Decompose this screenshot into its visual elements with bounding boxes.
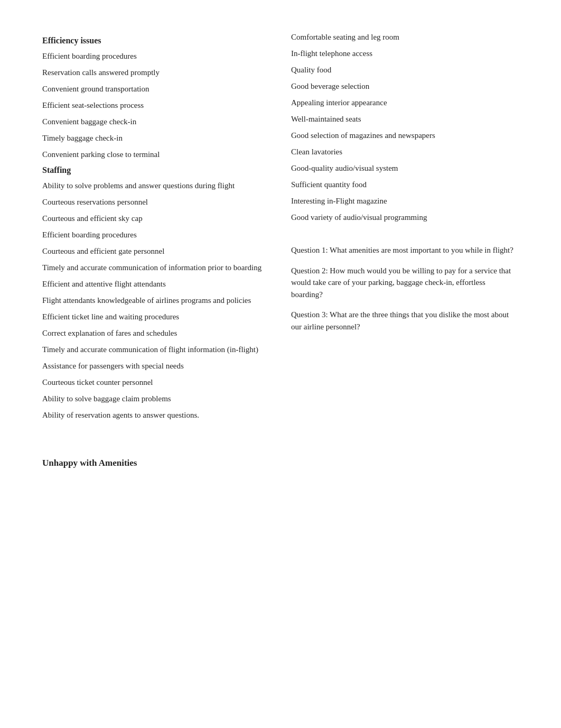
staffing-item-13: Courteous ticket counter personnel: [42, 377, 270, 388]
bottom-section: Unhappy with Amenities: [42, 458, 519, 468]
amenity-item-1: Comfortable seating and leg room: [291, 32, 519, 43]
amenity-item-5: Appealing interior appearance: [291, 97, 519, 108]
amenity-item-11: Interesting in-Flight magazine: [291, 196, 519, 207]
amenity-item-9: Good-quality audio/visual system: [291, 163, 519, 174]
amenity-item-10: Sufficient quantity food: [291, 179, 519, 190]
staffing-item-3: Courteous and efficient sky cap: [42, 213, 270, 224]
staffing-item-12: Assistance for passengers with special n…: [42, 361, 270, 372]
efficiency-section: Efficiency issues Efficient boarding pro…: [42, 36, 270, 160]
efficiency-item-4: Efficient seat-selections process: [42, 100, 270, 111]
staffing-item-9: Efficient ticket line and waiting proced…: [42, 311, 270, 322]
efficiency-item-6: Timely baggage check-in: [42, 133, 270, 144]
staffing-section: Staffing Ability to solve problems and a…: [42, 165, 270, 421]
staffing-item-14: Ability to solve baggage claim problems: [42, 393, 270, 404]
staffing-item-4: Efficient boarding procedures: [42, 229, 270, 241]
efficiency-heading: Efficiency issues: [42, 36, 270, 45]
staffing-heading: Staffing: [42, 165, 270, 175]
amenity-item-6: Well-maintained seats: [291, 114, 519, 125]
staffing-item-1: Ability to solve problems and answer que…: [42, 180, 270, 191]
amenity-item-3: Quality food: [291, 64, 519, 76]
staffing-item-10: Correct explanation of fares and schedul…: [42, 328, 270, 339]
staffing-item-8: Flight attendants knowledgeable of airli…: [42, 295, 270, 306]
amenity-item-7: Good selection of magazines and newspape…: [291, 130, 519, 141]
staffing-item-6: Timely and accurate communication of inf…: [42, 262, 270, 273]
bottom-heading: Unhappy with Amenities: [42, 458, 519, 468]
efficiency-item-2: Reservation calls answered promptly: [42, 67, 270, 78]
main-layout: Efficiency issues Efficient boarding pro…: [42, 32, 519, 426]
amenities-list: Comfortable seating and leg room In-flig…: [291, 32, 519, 223]
amenity-item-12: Good variety of audio/visual programming: [291, 212, 519, 223]
question-1-label: Question 1:: [291, 246, 330, 254]
efficiency-item-3: Convenient ground transportation: [42, 84, 270, 95]
question-2: Question 2: How much would you be willin…: [291, 265, 519, 301]
right-column: Comfortable seating and leg room In-flig…: [291, 32, 519, 341]
amenity-item-4: Good beverage selection: [291, 81, 519, 92]
questions-block: Question 1: What amenities are most impo…: [291, 244, 519, 333]
amenity-item-8: Clean lavatories: [291, 146, 519, 158]
left-column: Efficiency issues Efficient boarding pro…: [42, 32, 270, 426]
amenity-item-2: In-flight telephone access: [291, 48, 519, 59]
staffing-item-5: Courteous and efficient gate personnel: [42, 246, 270, 257]
staffing-item-7: Efficient and attentive flight attendant…: [42, 279, 270, 290]
question-2-label: Question 2:: [291, 266, 330, 275]
staffing-item-2: Courteous reservations personnel: [42, 197, 270, 208]
efficiency-item-7: Convenient parking close to terminal: [42, 149, 270, 160]
staffing-item-15: Ability of reservation agents to answer …: [42, 410, 270, 421]
staffing-item-11: Timely and accurate communication of fli…: [42, 344, 270, 355]
efficiency-item-5: Convenient baggage check-in: [42, 116, 270, 127]
question-1: Question 1: What amenities are most impo…: [291, 244, 519, 256]
question-1-text: What amenities are most important to you…: [330, 246, 513, 254]
question-3-label: Question 3:: [291, 310, 330, 319]
efficiency-item-1: Efficient boarding procedures: [42, 51, 270, 62]
question-3: Question 3: What are the three things th…: [291, 309, 519, 333]
